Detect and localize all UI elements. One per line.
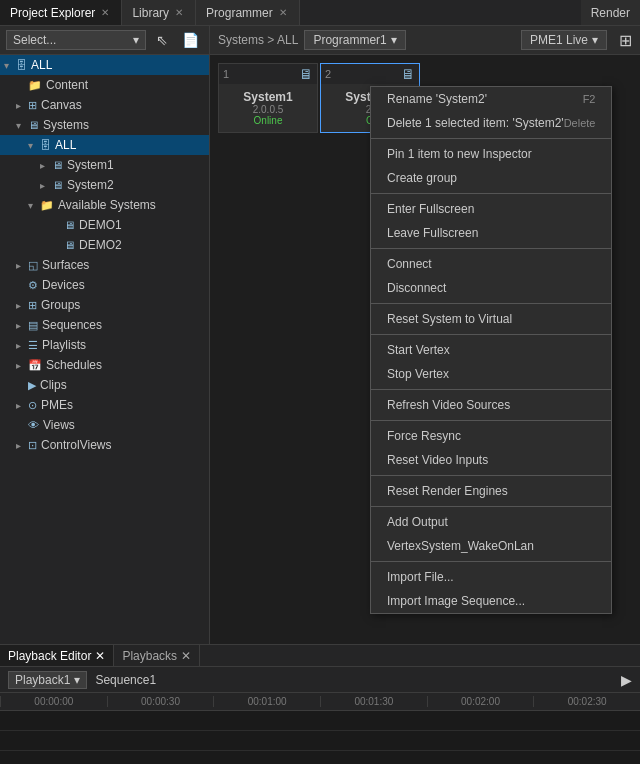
menu-reset-video-inputs[interactable]: Reset Video Inputs <box>371 448 611 472</box>
tab-playback-editor[interactable]: Playback Editor ✕ <box>0 645 114 666</box>
sidebar-item-views[interactable]: 👁 Views <box>0 415 209 435</box>
menu-rename-label: Rename 'System2' <box>387 92 487 106</box>
menu-enter-fullscreen-label: Enter Fullscreen <box>387 202 474 216</box>
menu-delete-label: Delete 1 selected item: 'System2' <box>387 116 564 130</box>
sidebar-item-clips[interactable]: ▶ Clips <box>0 375 209 395</box>
close-programmer[interactable]: ✕ <box>277 7 289 18</box>
sidebar-item-all-top[interactable]: ▾ 🗄 ALL <box>0 55 209 75</box>
content-icon: 📁 <box>28 79 42 92</box>
sidebar-item-pmes[interactable]: ▸ ⊙ PMEs <box>0 395 209 415</box>
sidebar-item-devices[interactable]: ⚙ Devices <box>0 275 209 295</box>
tab-playbacks[interactable]: Playbacks ✕ <box>114 645 200 666</box>
menu-reset-virtual[interactable]: Reset System to Virtual <box>371 307 611 331</box>
menu-connect[interactable]: Connect <box>371 252 611 276</box>
close-playbacks[interactable]: ✕ <box>181 649 191 663</box>
sep2 <box>371 193 611 194</box>
menu-leave-fullscreen-label: Leave Fullscreen <box>387 226 478 240</box>
main-area: Select... ▾ ⇖ 📄 ▾ 🗄 ALL 📁 Content ▸ ⊞ Ca… <box>0 26 640 644</box>
menu-disconnect[interactable]: Disconnect <box>371 276 611 300</box>
tab-render[interactable]: Render <box>581 0 640 25</box>
sep5 <box>371 334 611 335</box>
sidebar-item-demo1[interactable]: 🖥 DEMO1 <box>0 215 209 235</box>
sidebar-item-canvas[interactable]: ▸ ⊞ Canvas <box>0 95 209 115</box>
expand-sequences: ▸ <box>16 320 28 331</box>
sidebar-item-groups[interactable]: ▸ ⊞ Groups <box>0 295 209 315</box>
close-project-explorer[interactable]: ✕ <box>99 7 111 18</box>
demo1-icon: 🖥 <box>64 219 75 231</box>
menu-start-vertex[interactable]: Start Vertex <box>371 338 611 362</box>
menu-leave-fullscreen[interactable]: Leave Fullscreen <box>371 221 611 245</box>
canvas-icon: ⊞ <box>28 99 37 112</box>
demo2-icon: 🖥 <box>64 239 75 251</box>
menu-force-resync-label: Force Resync <box>387 429 461 443</box>
select-dropdown[interactable]: Select... ▾ <box>6 30 146 50</box>
menu-force-resync[interactable]: Force Resync <box>371 424 611 448</box>
sidebar-item-surfaces[interactable]: ▸ ◱ Surfaces <box>0 255 209 275</box>
menu-create-group[interactable]: Create group <box>371 166 611 190</box>
play-button[interactable]: ▶ <box>621 672 632 688</box>
menu-wake-on-lan[interactable]: VertexSystem_WakeOnLan <box>371 534 611 558</box>
expand-controlviews: ▸ <box>16 440 28 451</box>
close-library[interactable]: ✕ <box>173 7 185 18</box>
sidebar-item-content[interactable]: 📁 Content <box>0 75 209 95</box>
timeline-ruler: 00:00:00 00:00:30 00:01:00 00:01:30 00:0… <box>0 693 640 711</box>
ruler-mark-5: 00:02:30 <box>533 696 640 707</box>
menu-pin-inspector[interactable]: Pin 1 item to new Inspector <box>371 142 611 166</box>
tab-project-explorer-label: Project Explorer <box>10 6 95 20</box>
select-label: Select... <box>13 33 56 47</box>
pmes-label: PMEs <box>41 398 73 412</box>
tab-render-label: Render <box>591 6 630 20</box>
sep6 <box>371 389 611 390</box>
surfaces-label: Surfaces <box>42 258 89 272</box>
sep3 <box>371 248 611 249</box>
menu-wake-on-lan-label: VertexSystem_WakeOnLan <box>387 539 534 553</box>
menu-reset-render[interactable]: Reset Render Engines <box>371 479 611 503</box>
timeline-track-2 <box>0 731 640 751</box>
ruler-mark-2: 00:01:00 <box>213 696 320 707</box>
views-icon: 👁 <box>28 419 39 431</box>
sep10 <box>371 561 611 562</box>
menu-enter-fullscreen[interactable]: Enter Fullscreen <box>371 197 611 221</box>
schedules-label: Schedules <box>46 358 102 372</box>
cursor-icon[interactable]: ⇖ <box>152 30 172 50</box>
menu-import-sequence[interactable]: Import Image Sequence... <box>371 589 611 613</box>
menu-add-output[interactable]: Add Output <box>371 510 611 534</box>
ruler-mark-3: 00:01:30 <box>320 696 427 707</box>
menu-import-file-label: Import File... <box>387 570 454 584</box>
menu-import-file[interactable]: Import File... <box>371 565 611 589</box>
sidebar-item-system2[interactable]: ▸ 🖥 System2 <box>0 175 209 195</box>
sidebar-item-sequences[interactable]: ▸ ▤ Sequences <box>0 315 209 335</box>
sidebar-item-playlists[interactable]: ▸ ☰ Playlists <box>0 335 209 355</box>
sidebar-item-controlviews[interactable]: ▸ ⊡ ControlViews <box>0 435 209 455</box>
new-item-icon[interactable]: 📄 <box>178 30 203 50</box>
menu-refresh-video-label: Refresh Video Sources <box>387 398 510 412</box>
sidebar-toolbar: Select... ▾ ⇖ 📄 <box>0 26 209 55</box>
menu-stop-vertex[interactable]: Stop Vertex <box>371 362 611 386</box>
main-tab-bar: Project Explorer ✕ Library ✕ Programmer … <box>0 0 640 26</box>
tab-project-explorer[interactable]: Project Explorer ✕ <box>0 0 122 25</box>
menu-rename[interactable]: Rename 'System2' F2 <box>371 87 611 111</box>
clips-label: Clips <box>40 378 67 392</box>
systems-icon: 🖥 <box>28 119 39 131</box>
playback-dropdown[interactable]: Playback1 ▾ <box>8 671 87 689</box>
context-menu-overlay[interactable]: Rename 'System2' F2 Delete 1 selected it… <box>210 26 640 644</box>
menu-delete[interactable]: Delete 1 selected item: 'System2' Delete <box>371 111 611 135</box>
sidebar-item-system1[interactable]: ▸ 🖥 System1 <box>0 155 209 175</box>
menu-import-sequence-label: Import Image Sequence... <box>387 594 525 608</box>
tab-library[interactable]: Library ✕ <box>122 0 196 25</box>
systems-label: Systems <box>43 118 89 132</box>
surfaces-icon: ◱ <box>28 259 38 272</box>
devices-icon: ⚙ <box>28 279 38 292</box>
sidebar-item-schedules[interactable]: ▸ 📅 Schedules <box>0 355 209 375</box>
sep4 <box>371 303 611 304</box>
menu-disconnect-label: Disconnect <box>387 281 446 295</box>
close-playback-editor[interactable]: ✕ <box>95 649 105 663</box>
menu-refresh-video[interactable]: Refresh Video Sources <box>371 393 611 417</box>
sidebar-item-all-systems[interactable]: ▾ 🗄 ALL <box>0 135 209 155</box>
sidebar-item-available-systems[interactable]: ▾ 📁 Available Systems <box>0 195 209 215</box>
sidebar-item-demo2[interactable]: 🖥 DEMO2 <box>0 235 209 255</box>
menu-rename-shortcut: F2 <box>583 93 596 105</box>
menu-connect-label: Connect <box>387 257 432 271</box>
sidebar-item-systems[interactable]: ▾ 🖥 Systems <box>0 115 209 135</box>
tab-programmer[interactable]: Programmer ✕ <box>196 0 300 25</box>
